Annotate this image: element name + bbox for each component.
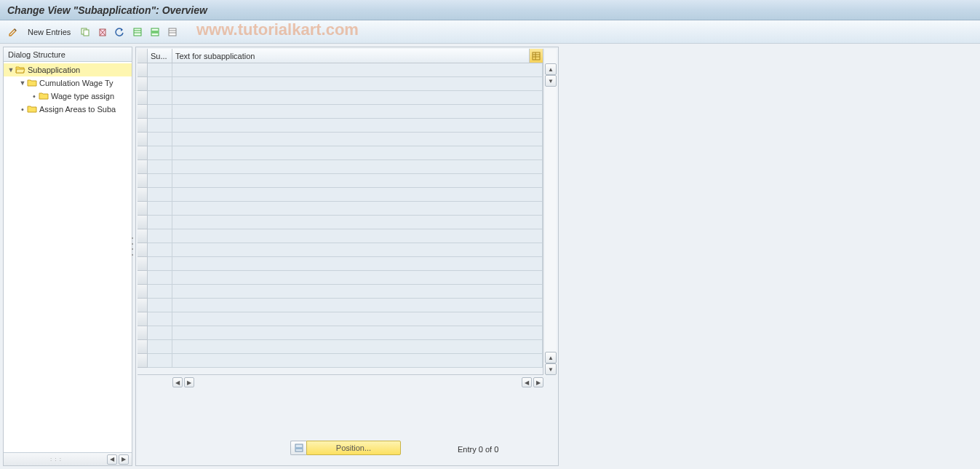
cell-text[interactable] (172, 285, 543, 299)
table-row[interactable] (138, 91, 543, 105)
row-selector[interactable] (138, 216, 148, 229)
row-selector[interactable] (138, 340, 148, 354)
select-block-icon[interactable] (148, 25, 162, 39)
row-selector[interactable] (138, 312, 148, 326)
new-entries-button[interactable]: New Entries (23, 25, 75, 39)
tree-item-assign-areas[interactable]: • Assign Areas to Suba (4, 103, 132, 116)
row-selector[interactable] (138, 285, 148, 299)
table-row[interactable] (138, 216, 543, 229)
vertical-scrollbar[interactable]: ▲ ▼ ▲ ▼ (545, 49, 557, 375)
tree-toggle-icon[interactable]: ▼ (18, 79, 27, 87)
column-header-text[interactable]: Text for subapplication (172, 49, 530, 63)
table-row[interactable] (138, 312, 543, 326)
cell-su[interactable] (148, 188, 172, 202)
row-selector[interactable] (138, 91, 148, 105)
table-row[interactable] (138, 202, 543, 216)
tree-item-subapplication[interactable]: ▼ Subapplication (4, 63, 132, 76)
cell-su[interactable] (148, 119, 172, 133)
scroll-right-button[interactable]: ▶ (533, 377, 543, 387)
cell-text[interactable] (172, 63, 543, 77)
panel-drag-handle-icon[interactable]: : : : (7, 456, 105, 462)
cell-text[interactable] (172, 77, 543, 91)
cell-text[interactable] (172, 229, 543, 243)
table-row[interactable] (138, 354, 543, 368)
column-header-su[interactable]: Su... (148, 49, 172, 63)
row-selector[interactable] (138, 354, 148, 368)
row-selector[interactable] (138, 326, 148, 340)
cell-text[interactable] (172, 257, 543, 271)
cell-text[interactable] (172, 271, 543, 285)
row-selector[interactable] (138, 243, 148, 257)
cell-text[interactable] (172, 91, 543, 105)
table-row[interactable] (138, 229, 543, 243)
scroll-up-button[interactable]: ▲ (545, 63, 557, 75)
cell-text[interactable] (172, 354, 543, 368)
row-selector[interactable] (138, 188, 148, 202)
scroll-down-step-button[interactable]: ▼ (545, 75, 557, 87)
table-row[interactable] (138, 299, 543, 312)
row-selector[interactable] (138, 105, 148, 119)
horizontal-scrollbar[interactable]: ◀ ▶ ◀ ▶ (138, 375, 557, 388)
table-row[interactable] (138, 340, 543, 354)
row-selector[interactable] (138, 174, 148, 188)
scroll-right-button[interactable]: ▶ (119, 454, 129, 465)
table-row[interactable] (138, 285, 543, 299)
cell-su[interactable] (148, 257, 172, 271)
tree-item-cumulation-wage[interactable]: ▼ Cumulation Wage Ty (4, 76, 132, 90)
cell-su[interactable] (148, 229, 172, 243)
cell-text[interactable] (172, 326, 543, 340)
deselect-all-icon[interactable] (165, 25, 180, 39)
splitter-handle-icon[interactable] (130, 235, 135, 257)
row-selector[interactable] (138, 271, 148, 285)
cell-text[interactable] (172, 105, 543, 119)
select-all-rows[interactable] (138, 49, 148, 63)
scroll-track[interactable] (545, 87, 557, 352)
row-selector[interactable] (138, 257, 148, 271)
table-row[interactable] (138, 119, 543, 133)
scroll-left-button[interactable]: ◀ (107, 454, 117, 465)
row-selector[interactable] (138, 146, 148, 160)
table-row[interactable] (138, 271, 543, 285)
scroll-up-step-button[interactable]: ▲ (545, 352, 557, 363)
cell-su[interactable] (148, 77, 172, 91)
table-row[interactable] (138, 243, 543, 257)
scroll-down-button[interactable]: ▼ (545, 363, 557, 375)
table-row[interactable] (138, 160, 543, 174)
cell-text[interactable] (172, 216, 543, 229)
cell-su[interactable] (148, 243, 172, 257)
cell-su[interactable] (148, 285, 172, 299)
cell-su[interactable] (148, 354, 172, 368)
row-selector[interactable] (138, 160, 148, 174)
table-row[interactable] (138, 133, 543, 146)
cell-su[interactable] (148, 63, 172, 77)
cell-text[interactable] (172, 340, 543, 354)
cell-su[interactable] (148, 340, 172, 354)
cell-su[interactable] (148, 133, 172, 146)
cell-su[interactable] (148, 105, 172, 119)
table-row[interactable] (138, 326, 543, 340)
row-selector[interactable] (138, 77, 148, 91)
cell-su[interactable] (148, 160, 172, 174)
row-selector[interactable] (138, 229, 148, 243)
cell-text[interactable] (172, 119, 543, 133)
position-button[interactable]: Position... (290, 441, 401, 455)
scroll-left-step-button[interactable]: ◀ (522, 377, 532, 387)
copy-icon[interactable] (78, 25, 92, 39)
scroll-track[interactable] (196, 377, 520, 387)
change-mode-icon[interactable] (6, 25, 20, 39)
cell-text[interactable] (172, 202, 543, 216)
cell-text[interactable] (172, 133, 543, 146)
table-config-button[interactable] (530, 49, 543, 63)
row-selector[interactable] (138, 119, 148, 133)
cell-text[interactable] (172, 243, 543, 257)
table-row[interactable] (138, 257, 543, 271)
cell-su[interactable] (148, 312, 172, 326)
row-selector[interactable] (138, 63, 148, 77)
cell-text[interactable] (172, 188, 543, 202)
delete-icon[interactable] (95, 25, 110, 39)
cell-su[interactable] (148, 216, 172, 229)
tree-item-wage-type-assign[interactable]: • Wage type assign (4, 90, 132, 103)
cell-text[interactable] (172, 299, 543, 312)
row-selector[interactable] (138, 299, 148, 312)
cell-text[interactable] (172, 174, 543, 188)
